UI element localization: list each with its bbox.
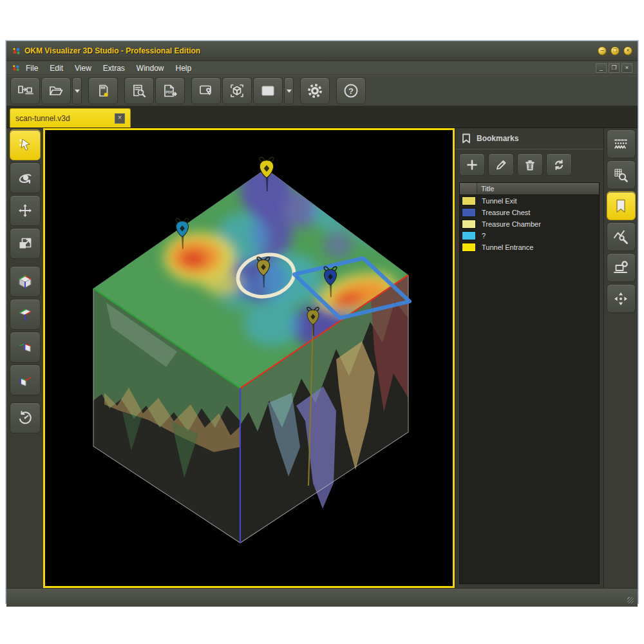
save-card-icon	[95, 83, 111, 99]
menu-window[interactable]: Window	[131, 62, 170, 74]
edit-bookmark-button[interactable]	[488, 153, 514, 176]
bookmark-color-swatch	[462, 243, 476, 252]
bookmark-color-swatch	[462, 220, 476, 229]
help-button[interactable]: ?	[336, 77, 366, 104]
scan-grid-search-button[interactable]	[607, 160, 636, 189]
document-search-icon	[131, 83, 147, 99]
chevron-down-icon	[75, 90, 80, 93]
reset-rotation-icon	[17, 410, 33, 426]
iso-view-button[interactable]	[10, 266, 41, 297]
top-view-button[interactable]	[10, 299, 41, 330]
bookmark-title: Treasure Chest	[482, 209, 530, 216]
tab-close-icon[interactable]: ×	[115, 113, 125, 124]
bookmarks-actions	[455, 149, 603, 181]
rotate-orbit-icon	[17, 169, 33, 186]
save-scan-button[interactable]	[88, 77, 118, 104]
rotate-3d-button[interactable]	[10, 162, 41, 193]
resize-grip[interactable]	[627, 597, 634, 603]
main-toolbar: PDF	[6, 75, 638, 106]
ground-layers-icon	[612, 136, 629, 153]
help-icon: ?	[343, 82, 359, 99]
signal-analysis-button[interactable]	[607, 222, 636, 251]
status-bar	[6, 588, 638, 607]
app-window: OKM Visualizer 3D Studio - Professional …	[6, 41, 638, 603]
trash-icon	[524, 158, 536, 171]
app-logo-icon	[12, 46, 21, 55]
bookmarks-button[interactable]	[607, 191, 636, 220]
open-folder-button[interactable]	[41, 77, 71, 104]
title-bar: OKM Visualizer 3D Studio - Professional …	[6, 41, 638, 61]
pencil-icon	[495, 158, 507, 171]
bookmarks-color-column-header[interactable]	[460, 183, 477, 194]
reset-view-button[interactable]	[10, 402, 41, 433]
color-swatch-icon	[260, 83, 276, 99]
bookmarks-panel: Bookmarks	[455, 128, 604, 588]
side-view-button[interactable]	[10, 332, 41, 363]
select-tool-button[interactable]	[10, 129, 41, 160]
scale-view-button[interactable]	[10, 228, 41, 259]
bookmark-row-tunnel-exit[interactable]: Tunnel Exit	[460, 195, 599, 207]
close-button[interactable]: ×	[623, 46, 632, 55]
add-bookmark-button[interactable]	[459, 153, 485, 176]
device-settings-button[interactable]	[607, 253, 636, 282]
menu-edit[interactable]: Edit	[44, 62, 69, 74]
background-color-button[interactable]	[253, 77, 283, 104]
export-pdf-button[interactable]: PDF	[155, 77, 185, 104]
bookmark-color-swatch	[462, 208, 476, 217]
viewport[interactable]	[43, 128, 455, 588]
left-tool-rail	[6, 128, 43, 588]
svg-text:PDF: PDF	[166, 90, 173, 94]
gear-icon	[307, 82, 323, 99]
print-preview-button[interactable]	[124, 77, 154, 104]
maximize-button[interactable]: □	[611, 46, 620, 55]
window-title: OKM Visualizer 3D Studio - Professional …	[24, 46, 594, 55]
tab-bar: scan-tunnel.v3d ×	[6, 106, 638, 128]
bookmark-row-tunnel-entrance[interactable]: Tunnel Entrance	[460, 242, 599, 253]
dpad-icon	[612, 290, 629, 307]
menu-file[interactable]: File	[20, 62, 44, 74]
tab-scan-tunnel[interactable]: scan-tunnel.v3d ×	[10, 108, 131, 128]
top-plane-icon	[17, 306, 33, 323]
pdf-export-icon: PDF	[162, 83, 178, 99]
grid-search-icon	[612, 167, 629, 184]
ground-layers-button[interactable]	[607, 129, 636, 158]
bookmarks-panel-title: Bookmarks	[477, 134, 518, 143]
import-scan-button[interactable]	[10, 77, 40, 104]
bookmark-icon	[612, 198, 629, 214]
bookmarks-table: Title Tunnel Exit Treasure Chest Treasur…	[459, 182, 600, 584]
tab-label: scan-tunnel.v3d	[15, 114, 106, 123]
refresh-icon	[553, 158, 565, 171]
navigation-pad-button[interactable]	[607, 284, 636, 313]
touch-input-button[interactable]	[191, 77, 221, 104]
bookmark-row-treasure-chest[interactable]: Treasure Chest	[460, 207, 599, 218]
move-arrows-icon	[17, 202, 33, 219]
background-color-dropdown[interactable]	[284, 77, 294, 104]
menu-view[interactable]: View	[69, 62, 97, 74]
cube-3d-icon	[229, 82, 245, 99]
menu-extras[interactable]: Extras	[97, 62, 131, 74]
view-3d-button[interactable]	[222, 77, 252, 104]
mdi-restore-button[interactable]: ❐	[609, 63, 620, 73]
bookmarks-title-column-header[interactable]: Title	[477, 183, 599, 194]
bookmarks-panel-header: Bookmarks	[455, 128, 603, 149]
plus-icon	[466, 158, 478, 171]
settings-button[interactable]	[300, 77, 330, 104]
iso-cube-icon	[17, 273, 33, 290]
select-cursor-icon	[17, 137, 33, 153]
menu-help[interactable]: Help	[170, 62, 198, 74]
front-view-button[interactable]	[10, 365, 41, 395]
open-folder-dropdown[interactable]	[72, 77, 82, 104]
pan-view-button[interactable]	[10, 195, 41, 226]
bookmark-row-question[interactable]: ?	[460, 230, 599, 242]
bookmark-row-treasure-chamber[interactable]: Treasure Chamber	[460, 218, 599, 230]
bookmark-title: Tunnel Entrance	[482, 243, 533, 251]
mdi-close-button[interactable]: ×	[621, 63, 632, 73]
refresh-bookmarks-button[interactable]	[546, 153, 572, 176]
delete-bookmark-button[interactable]	[517, 153, 543, 176]
minimize-button[interactable]: –	[598, 46, 607, 55]
signal-wrench-icon	[612, 229, 629, 245]
chevron-down-icon	[287, 90, 292, 93]
bookmark-title: ?	[482, 232, 486, 240]
mdi-minimize-button[interactable]: _	[596, 63, 607, 73]
bookmarks-table-header[interactable]: Title	[460, 183, 599, 195]
